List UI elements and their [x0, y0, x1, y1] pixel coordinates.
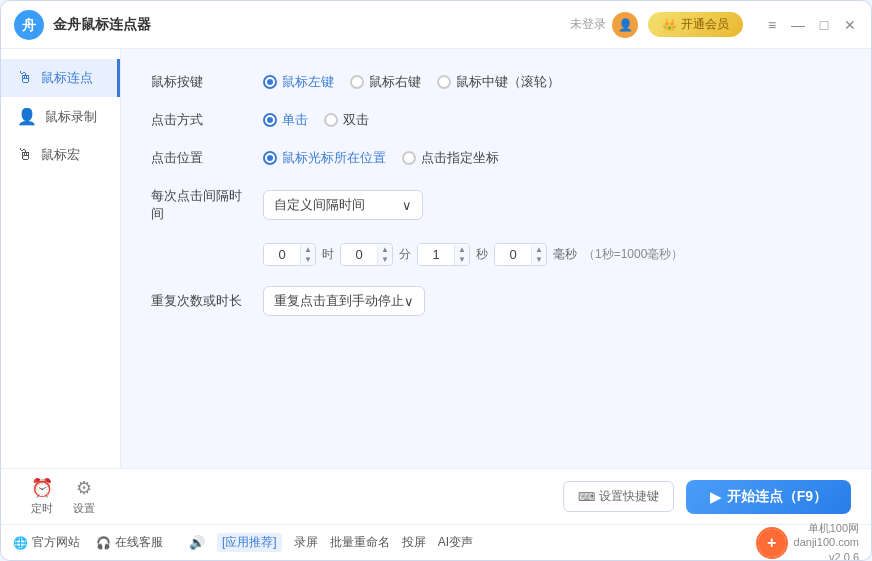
start-button[interactable]: ▶ 开始连点（F9） — [686, 480, 851, 514]
seconds-down[interactable]: ▼ — [455, 255, 469, 265]
version-badge-ring: + — [756, 527, 788, 559]
radio-cursor-indicator — [263, 151, 277, 165]
maximize-button[interactable]: □ — [815, 16, 833, 34]
mouse-button-row: 鼠标按键 鼠标左键 鼠标右键 鼠标中键（滚轮） — [151, 73, 841, 91]
hours-spinners: ▲ ▼ — [300, 245, 315, 265]
click-position-row: 点击位置 鼠标光标所在位置 点击指定坐标 — [151, 149, 841, 167]
click-method-group: 单击 双击 — [263, 111, 369, 129]
close-button[interactable]: ✕ — [841, 16, 859, 34]
online-service-label: 在线客服 — [115, 534, 163, 551]
official-site-label: 官方网站 — [32, 534, 80, 551]
radio-middle-label: 鼠标中键（滚轮） — [456, 73, 560, 91]
radio-single-label: 单击 — [282, 111, 308, 129]
app-logo: 舟 — [13, 9, 45, 41]
hours-down[interactable]: ▼ — [301, 255, 315, 265]
vip-label: 开通会员 — [681, 16, 729, 33]
minimize-button[interactable]: — — [789, 16, 807, 34]
minutes-down[interactable]: ▼ — [378, 255, 392, 265]
hours-up[interactable]: ▲ — [301, 245, 315, 255]
vip-button[interactable]: 👑 开通会员 — [648, 12, 743, 37]
radio-left-btn[interactable]: 鼠标左键 — [263, 73, 334, 91]
batch-rename-link[interactable]: 批量重命名 — [330, 534, 390, 551]
ms-unit: 毫秒 — [553, 246, 577, 263]
radio-middle-btn[interactable]: 鼠标中键（滚轮） — [437, 73, 560, 91]
app-recommend-link[interactable]: [应用推荐] — [217, 533, 282, 552]
user-area: 未登录 👤 — [570, 12, 638, 38]
radio-cursor-position[interactable]: 鼠标光标所在位置 — [263, 149, 386, 167]
minutes-up[interactable]: ▲ — [378, 245, 392, 255]
version-site: 单机100网 — [794, 521, 859, 535]
sidebar-item-mouse-record[interactable]: 👤 鼠标录制 — [1, 97, 120, 136]
minutes-input-group: ▲ ▼ — [340, 243, 393, 266]
radio-fixed-label: 点击指定坐标 — [421, 149, 499, 167]
shortcut-label: 设置快捷键 — [599, 488, 659, 505]
radio-middle-indicator — [437, 75, 451, 89]
sidebar-item-label-record: 鼠标录制 — [45, 108, 97, 126]
hours-input[interactable] — [264, 244, 300, 265]
play-icon: ▶ — [710, 489, 721, 505]
main-layout: 🖱 鼠标连点 👤 鼠标录制 🖱 鼠标宏 鼠标按键 鼠标左键 — [1, 49, 871, 468]
vip-icon: 👑 — [662, 18, 677, 32]
svg-text:舟: 舟 — [21, 17, 36, 33]
click-method-row: 点击方式 单击 双击 — [151, 111, 841, 129]
ai-voice-link[interactable]: AI变声 — [438, 534, 473, 551]
ms-spinners: ▲ ▼ — [531, 245, 546, 265]
click-position-label: 点击位置 — [151, 149, 251, 167]
version-badge: + — [758, 529, 786, 557]
radio-fixed-position[interactable]: 点击指定坐标 — [402, 149, 499, 167]
ms-up[interactable]: ▲ — [532, 245, 546, 255]
settings-icon: ⚙ — [76, 477, 92, 499]
interval-select[interactable]: 自定义间隔时间 ∨ — [263, 190, 423, 220]
radio-double-click[interactable]: 双击 — [324, 111, 369, 129]
ms-down[interactable]: ▼ — [532, 255, 546, 265]
radio-double-indicator — [324, 113, 338, 127]
screen-cast-link[interactable]: 投屏 — [402, 534, 426, 551]
window-controls: ≡ — □ ✕ — [763, 16, 859, 34]
hours-unit: 时 — [322, 246, 334, 263]
mouse-button-group: 鼠标左键 鼠标右键 鼠标中键（滚轮） — [263, 73, 560, 91]
repeat-select[interactable]: 重复点击直到手动停止 ∨ — [263, 286, 425, 316]
seconds-unit: 秒 — [476, 246, 488, 263]
radio-single-click[interactable]: 单击 — [263, 111, 308, 129]
record-link[interactable]: 录屏 — [294, 534, 318, 551]
bottom-right: + 单机100网 danji100.com v2.0.6 — [756, 521, 859, 561]
seconds-up[interactable]: ▲ — [455, 245, 469, 255]
settings-button[interactable]: ⚙ 设置 — [73, 477, 95, 516]
app-title: 金舟鼠标连点器 — [53, 16, 570, 34]
shortcut-button[interactable]: ⌨ 设置快捷键 — [563, 481, 674, 512]
version-info: 单机100网 danji100.com v2.0.6 — [794, 521, 859, 561]
radio-left-indicator — [263, 75, 277, 89]
titlebar: 舟 金舟鼠标连点器 未登录 👤 👑 开通会员 ≡ — □ ✕ — [1, 1, 871, 49]
menu-button[interactable]: ≡ — [763, 16, 781, 34]
hours-input-group: ▲ ▼ — [263, 243, 316, 266]
repeat-chevron-icon: ∨ — [404, 294, 414, 309]
radio-right-label: 鼠标右键 — [369, 73, 421, 91]
repeat-label: 重复次数或时长 — [151, 292, 251, 310]
radio-right-btn[interactable]: 鼠标右键 — [350, 73, 421, 91]
mouse-button-label: 鼠标按键 — [151, 73, 251, 91]
sidebar-item-mouse-click[interactable]: 🖱 鼠标连点 — [1, 59, 120, 97]
sidebar-item-mouse-macro[interactable]: 🖱 鼠标宏 — [1, 136, 120, 174]
sidebar-item-label-macro: 鼠标宏 — [41, 146, 80, 164]
ms-input[interactable] — [495, 244, 531, 265]
timing-label: 定时 — [31, 501, 53, 516]
mouse-click-icon: 🖱 — [17, 69, 33, 87]
interval-hint: （1秒=1000毫秒） — [583, 246, 683, 263]
avatar[interactable]: 👤 — [612, 12, 638, 38]
seconds-input-group: ▲ ▼ — [417, 243, 470, 266]
radio-fixed-indicator — [402, 151, 416, 165]
user-status-text: 未登录 — [570, 16, 606, 33]
avatar-icon: 👤 — [618, 18, 633, 32]
timing-button[interactable]: ⏰ 定时 — [31, 477, 53, 516]
seconds-input[interactable] — [418, 244, 454, 265]
official-site-link[interactable]: 🌐 官方网站 — [13, 534, 80, 551]
sidebar-item-label-click: 鼠标连点 — [41, 69, 93, 87]
minutes-unit: 分 — [399, 246, 411, 263]
click-position-group: 鼠标光标所在位置 点击指定坐标 — [263, 149, 499, 167]
shortcut-icon: ⌨ — [578, 490, 595, 504]
online-service-link[interactable]: 🎧 在线客服 — [96, 534, 163, 551]
start-label: 开始连点（F9） — [727, 488, 827, 506]
footer-left-buttons: ⏰ 定时 ⚙ 设置 — [21, 477, 105, 516]
interval-select-value: 自定义间隔时间 — [274, 196, 365, 214]
minutes-input[interactable] — [341, 244, 377, 265]
